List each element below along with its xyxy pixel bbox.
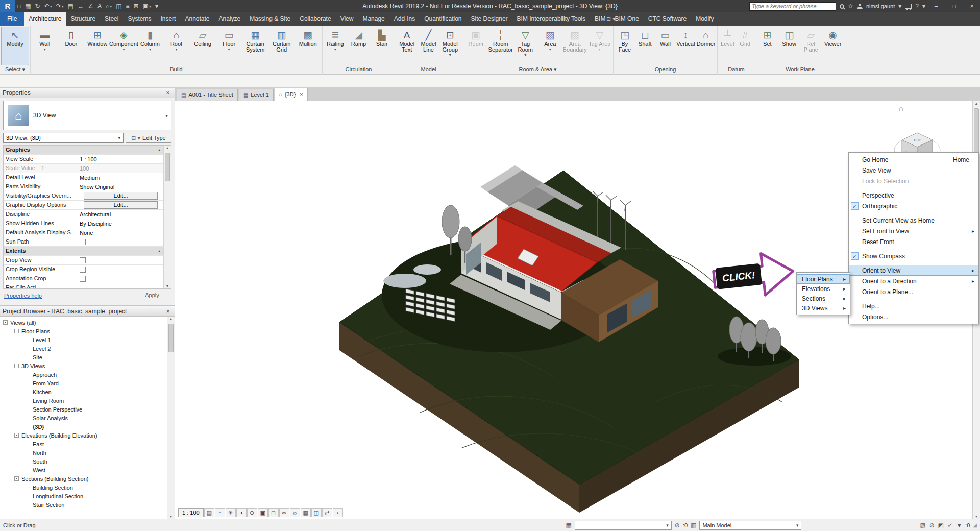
ribbon-tab[interactable]: File (0, 12, 24, 26)
submenu-item[interactable]: Elevations ▸ (797, 284, 850, 294)
tree-item[interactable]: - Kitchen (0, 388, 167, 396)
menu-item[interactable]: ✓ Orient to a Direction ▸ (849, 276, 978, 286)
ribbon-button[interactable]: ▥ Curtain Grid ▾ (268, 27, 295, 65)
ribbon-tab[interactable]: View (336, 12, 358, 26)
view-control-icon[interactable]: ◑ (236, 508, 247, 517)
ribbon-tab[interactable]: Analyze (214, 12, 246, 26)
view-control-icon[interactable]: ◻ (268, 508, 279, 517)
qat-icon[interactable]: ∠▾ (86, 0, 95, 12)
ribbon-button[interactable]: ▮ Column ▾ (137, 27, 163, 65)
tree-expand-icon[interactable]: - (3, 320, 8, 325)
tree-item[interactable]: - {3D} (0, 422, 167, 431)
ribbon-button[interactable]: ▽ Tag Area ▾ (587, 27, 612, 65)
tree-item[interactable]: - West (0, 466, 167, 474)
ribbon-button[interactable]: ▣ Room ▾ (463, 27, 488, 65)
ribbon-button[interactable]: ⊞ Window ▾ (84, 27, 111, 65)
property-checkbox[interactable] (80, 276, 86, 282)
property-row[interactable]: Sun Path ▴ (4, 237, 163, 247)
qat-icon[interactable]: ▦▾ (23, 0, 33, 12)
property-row[interactable]: Parts Visibility Show Original ▴ (4, 182, 163, 191)
ribbon-button[interactable]: ▦ Curtain System ▾ (242, 27, 268, 65)
panel-label-select[interactable]: Select ▾ (0, 65, 30, 75)
submenu-item[interactable]: Sections ▸ (797, 294, 850, 303)
property-checkbox[interactable] (80, 267, 86, 273)
menu-item[interactable]: ✓ Lock to Selection ▸ (849, 176, 978, 186)
submenu-item[interactable]: 3D Views ▸ (797, 303, 850, 313)
view-control-icon[interactable]: ▣ (258, 508, 268, 517)
property-row[interactable]: View Scale 1 : 100 ▴ (4, 155, 163, 164)
expand-view-controls-icon[interactable]: ‹ (333, 508, 343, 517)
ribbon-button[interactable]: ┴ Level ▾ (719, 27, 737, 65)
view-control-icon[interactable]: ⇄ (322, 508, 332, 517)
edit-button[interactable]: Edit... (84, 192, 158, 200)
element-selector-dropdown[interactable]: 3D View: {3D} ▾ (3, 133, 124, 143)
menu-item[interactable]: ✓ ▸ (849, 211, 978, 215)
tree-expand-icon[interactable]: - (14, 476, 19, 481)
app-menu-button[interactable]: R (0, 0, 15, 12)
ribbon-button[interactable]: ▬ Wall ▾ (32, 27, 58, 65)
submenu-item[interactable]: Floor Plans ▸ (797, 274, 850, 284)
resize-grip[interactable]: ◢ (973, 522, 977, 528)
menu-item[interactable]: ✓ Help... ▸ (849, 301, 978, 311)
ribbon-tab[interactable]: Manage (358, 12, 389, 26)
property-row[interactable]: Graphics ▴ (4, 146, 163, 155)
property-row[interactable]: Show Hidden Lines By Discipline ▴ (4, 219, 163, 228)
property-row[interactable]: Extents ▴ (4, 247, 163, 256)
help-icon[interactable]: ? (915, 3, 919, 10)
ribbon-state-toggle-icon[interactable]: ⊡ ▾ (606, 12, 616, 26)
home-icon[interactable]: ⌂ (899, 104, 903, 113)
ribbon-tab[interactable]: Annotate (180, 12, 214, 26)
property-row[interactable]: Discipline Architectural ▴ (4, 210, 163, 219)
active-workset-dropdown[interactable]: ▾ (575, 521, 672, 530)
property-row[interactable]: Annotation Crop ▴ (4, 274, 163, 283)
qat-icon[interactable]: A▾ (95, 0, 104, 12)
tree-item[interactable]: - Views (all) (0, 318, 167, 327)
ribbon-button[interactable]: ◫ Show ▾ (778, 27, 800, 65)
modify-button[interactable]: ↖ Modify (1, 27, 29, 65)
menu-item[interactable]: ✓ Orthographic ▸ (849, 201, 978, 211)
tree-item[interactable]: - Level 2 (0, 344, 167, 353)
apply-button[interactable]: Apply (134, 291, 170, 300)
view-control-icon[interactable]: ▤ (204, 508, 214, 517)
view-tab[interactable]: ▤ A001 - Title Sheet × (177, 89, 238, 101)
tree-item[interactable]: - Living Room (0, 396, 167, 405)
property-row[interactable]: Graphic Display Options Edit... ▴ (4, 201, 163, 210)
panel-label-model[interactable]: Model (395, 65, 462, 75)
qat-icon[interactable]: ↶▾ (42, 0, 54, 12)
ribbon-tab[interactable]: Insert (156, 12, 180, 26)
menu-item[interactable]: ✓ ▸ (849, 297, 978, 301)
ribbon-button[interactable]: ◢ Ramp ▾ (347, 27, 371, 65)
status-toggle-icon[interactable]: ▧ (920, 522, 925, 529)
ribbon-tab[interactable]: Quantification (420, 12, 466, 26)
ribbon-button[interactable]: ▨ Area ▾ (538, 27, 563, 65)
design-options-icon[interactable]: ▥ (691, 522, 696, 529)
ribbon-button[interactable]: ╱ Model Line ▾ (418, 27, 439, 65)
ribbon-tab[interactable]: Steel (100, 12, 123, 26)
ribbon-tab[interactable]: Structure (66, 12, 100, 26)
ribbon-button[interactable]: ⊞ Set ▾ (756, 27, 778, 65)
design-option-dropdown[interactable]: Main Model ▾ (699, 521, 801, 530)
editing-requests-count[interactable]: :0 (683, 522, 688, 528)
menu-item[interactable]: ✓ Orient to View ▸ (849, 265, 978, 276)
ribbon-button[interactable]: ▩ Mullion ▾ (295, 27, 321, 65)
ribbon-button[interactable]: ▱ Ref Plane ▾ (800, 27, 822, 65)
view-tab[interactable]: ▦ Level 1 × (239, 89, 274, 101)
status-toggle-icon[interactable]: ⊘ (929, 522, 935, 529)
user-menu-arrow-icon[interactable]: ▾ (898, 3, 901, 10)
tree-item[interactable]: - Sections (Building Section) (0, 474, 167, 483)
qat-icon[interactable]: ⊠▾ (132, 0, 141, 12)
tree-item[interactable]: - Stair Section (0, 500, 167, 509)
tree-item[interactable]: - Approach (0, 370, 167, 379)
ribbon-tab[interactable]: Site Designer (467, 12, 512, 26)
menu-item[interactable]: ✓ Orient to a Plane... ▸ (849, 286, 978, 297)
status-toggle-icon[interactable]: ◩ (938, 522, 944, 529)
group-collapse-icon[interactable]: ▴ (158, 249, 160, 253)
ribbon-button[interactable]: ⌂ Dormer ▾ (696, 27, 716, 65)
ribbon-button[interactable]: ▭ Floor ▾ (216, 27, 242, 65)
tree-item[interactable]: - Building Section (0, 483, 167, 492)
property-row[interactable]: Crop Region Visible ▴ (4, 265, 163, 274)
ribbon-button[interactable]: ▱ Ceiling ▾ (189, 27, 216, 65)
qat-icon[interactable]: ↷▾ (54, 0, 66, 12)
ribbon-button[interactable]: ▧ Area Boundary ▾ (562, 27, 587, 65)
group-collapse-icon[interactable]: ▴ (158, 148, 160, 152)
